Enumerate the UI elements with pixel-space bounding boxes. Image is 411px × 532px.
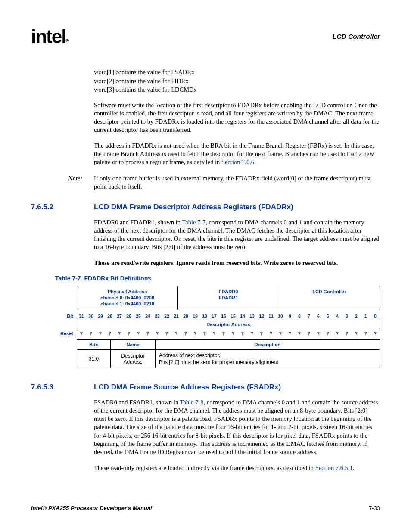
table-row: 31:0 Descriptor Address Address of next … xyxy=(77,349,380,368)
reset-val: ? xyxy=(96,330,105,337)
heading-7653: 7.6.5.3 LCD DMA Frame Source Address Reg… xyxy=(31,383,380,392)
chapter-title: LCD Controller xyxy=(333,33,380,40)
row-bits: 31:0 xyxy=(77,349,111,368)
phys-addr-cell: Physical Address channel 0: 0x4400_0200 … xyxy=(77,286,177,309)
col-desc: Description xyxy=(156,339,380,349)
col-name: Name xyxy=(111,339,156,349)
reset-val: ? xyxy=(323,330,333,337)
heading-7653-title: LCD DMA Frame Source Address Registers (… xyxy=(94,383,281,392)
reg-name-1: FDADR1 xyxy=(180,295,277,301)
reset-val: ? xyxy=(190,330,200,337)
bit-num: 25 xyxy=(134,313,143,320)
paragraph-bra: The address in FDADRx is not used when t… xyxy=(94,142,380,166)
row-name: Descriptor Address xyxy=(111,349,156,368)
note-text: If only one frame buffer is used in exte… xyxy=(94,174,380,191)
sec7653-para1: FSADR0 and FSADR1, shown in Table 7-8, c… xyxy=(94,398,380,456)
row-desc: Address of next descriptor. Bits [2:0] m… xyxy=(156,349,380,368)
bit-num: 16 xyxy=(219,313,228,320)
word-line-3: word[3] contains the value for LDCMDx xyxy=(94,86,380,94)
bit-num: 26 xyxy=(124,313,134,320)
bit-num: 30 xyxy=(86,313,96,320)
bit-num: 22 xyxy=(162,313,171,320)
reset-val: ? xyxy=(371,330,380,337)
phys-addr-ch1: channel 1: 0x4400_0210 xyxy=(79,301,176,307)
phys-addr-label: Physical Address xyxy=(79,289,176,295)
reset-row: Reset ???????????????????????????????? xyxy=(55,330,380,337)
heading-7652-title: LCD DMA Frame Descriptor Address Registe… xyxy=(94,203,293,212)
page-footer: Intel® PXA255 Processor Developer's Manu… xyxy=(31,505,380,511)
block-name: LCD Controller xyxy=(281,289,378,295)
bit-num: 14 xyxy=(238,313,247,320)
bit-num: 19 xyxy=(190,313,200,320)
col-bits: Bits xyxy=(77,339,111,349)
bit-num: 21 xyxy=(171,313,181,320)
para2-text-b: . xyxy=(254,159,256,165)
link-table-7-8[interactable]: Table 7-8 xyxy=(180,399,204,406)
bit-num: 2 xyxy=(352,313,361,320)
reset-row-label: Reset xyxy=(55,331,77,336)
bit-num: 4 xyxy=(333,313,342,320)
reset-val: ? xyxy=(153,330,162,337)
sec7653-para2: These read-only registers are loaded ind… xyxy=(94,464,380,472)
reset-val: ? xyxy=(86,330,96,337)
link-table-7-7[interactable]: Table 7-7 xyxy=(182,219,206,226)
bit-num: 3 xyxy=(342,313,352,320)
bit-num: 31 xyxy=(77,313,86,320)
reset-val: ? xyxy=(171,330,181,337)
link-section-766[interactable]: Section 7.6.6 xyxy=(221,159,254,165)
sec7652-p1-a: FDADR0 and FDADR1, shown in xyxy=(94,219,182,226)
reset-val: ? xyxy=(228,330,238,337)
reset-val: ? xyxy=(124,330,134,337)
intel-logo: intel® xyxy=(31,26,68,47)
logo-reg: ® xyxy=(65,38,68,43)
word-line-2: word[2] contains the value for FIDRx xyxy=(94,77,380,86)
bit-num: 0 xyxy=(371,313,380,320)
reset-val: ? xyxy=(361,330,371,337)
bit-number-row: Bit 313029282726252423222120191817161514… xyxy=(55,313,380,320)
sec7653-p1-a: FSADR0 and FSADR1, shown in xyxy=(94,399,180,406)
register-table-7-7: Physical Address channel 0: 0x4400_0200 … xyxy=(55,286,380,368)
reset-val: ? xyxy=(134,330,143,337)
bit-num: 15 xyxy=(228,313,238,320)
reset-val: ? xyxy=(219,330,228,337)
reset-val: ? xyxy=(352,330,361,337)
note-block: Note: If only one frame buffer is used i… xyxy=(68,174,380,191)
bit-num: 8 xyxy=(295,313,304,320)
reset-val: ? xyxy=(304,330,314,337)
heading-7653-num: 7.6.5.3 xyxy=(31,383,94,392)
sec7652-para2-bold: These are read/write registers. Ignore r… xyxy=(94,259,380,267)
row-desc-1: Address of next descriptor. xyxy=(159,352,376,359)
page-header: intel® LCD Controller xyxy=(31,26,380,47)
link-section-7651[interactable]: Section 7.6.5.1 xyxy=(315,464,353,471)
bit-num: 9 xyxy=(285,313,295,320)
reset-val: ? xyxy=(238,330,247,337)
reset-val: ? xyxy=(200,330,209,337)
field-band: Descriptor Address xyxy=(77,320,380,329)
bit-num: 13 xyxy=(247,313,257,320)
row-desc-2: Bits [2:0] must be zero for proper memor… xyxy=(159,359,376,366)
bit-num: 29 xyxy=(96,313,105,320)
footer-page: 7-33 xyxy=(369,505,380,511)
reset-val: ? xyxy=(162,330,171,337)
bit-num: 10 xyxy=(276,313,285,320)
sec7653-p1-b: , correspond to DMA channels 0 and 1 and… xyxy=(94,399,378,455)
bit-num: 7 xyxy=(304,313,314,320)
reset-val: ? xyxy=(333,330,342,337)
reset-val: ? xyxy=(115,330,124,337)
paragraph-software: Software must write the location of the … xyxy=(94,101,380,134)
bit-cells: 3130292827262524232221201918171615141312… xyxy=(77,313,380,320)
bit-row-label: Bit xyxy=(55,314,77,319)
bit-num: 24 xyxy=(143,313,153,320)
note-label: Note: xyxy=(68,174,94,191)
block-name-cell: LCD Controller xyxy=(279,286,380,309)
table-7-7-caption: Table 7-7. FDADRx Bit Definitions xyxy=(55,275,380,282)
bit-num: 6 xyxy=(314,313,323,320)
bit-num: 5 xyxy=(323,313,333,320)
bit-num: 18 xyxy=(200,313,209,320)
bit-num: 1 xyxy=(361,313,371,320)
bit-num: 23 xyxy=(153,313,162,320)
reset-val: ? xyxy=(285,330,295,337)
reset-val: ? xyxy=(247,330,257,337)
reset-val: ? xyxy=(143,330,153,337)
reset-val: ? xyxy=(181,330,190,337)
